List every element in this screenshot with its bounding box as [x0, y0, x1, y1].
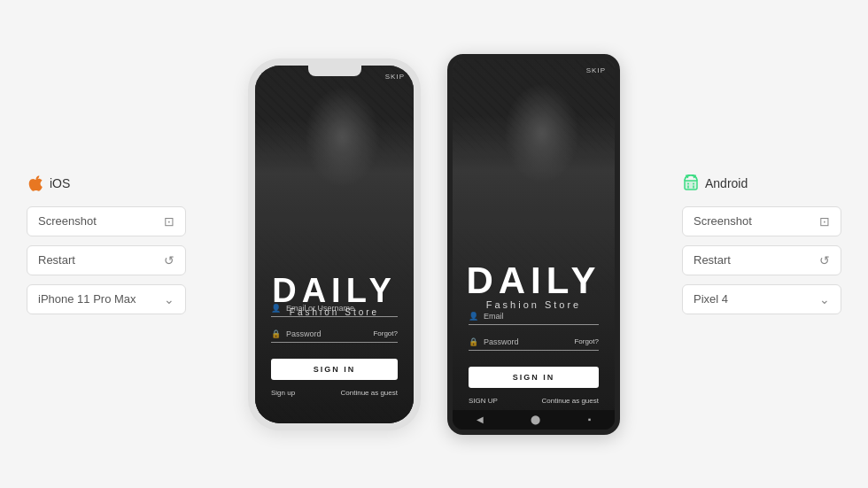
- main-container: iOS Screenshot ⊡ Restart ↺ iPhone 11 Pro…: [0, 0, 868, 488]
- android-restart-icon: ↺: [819, 253, 830, 267]
- android-home-button[interactable]: ⬤: [531, 414, 540, 424]
- ios-chevron-down-icon: ⌄: [164, 292, 174, 306]
- android-app-title: DAILY: [453, 262, 615, 299]
- ios-platform-label: iOS: [50, 176, 70, 190]
- ios-restart-label: Restart: [38, 253, 75, 267]
- svg-point-1: [687, 182, 689, 184]
- ios-notch: [308, 66, 361, 76]
- android-restart-button[interactable]: Restart ↺: [682, 245, 841, 275]
- ios-restart-button[interactable]: Restart ↺: [27, 245, 186, 275]
- android-signin-button[interactable]: SIGN IN: [469, 367, 599, 388]
- ios-device-selector[interactable]: iPhone 11 Pro Max ⌄: [27, 284, 186, 314]
- android-screen: SKIP DAILY Fashion Store 👤 Email 🔒 Passw…: [453, 59, 615, 430]
- ios-forgot-link[interactable]: Forgot?: [373, 329, 398, 337]
- android-password-field: 🔒 Password Forgot?: [469, 334, 599, 351]
- android-forgot-link[interactable]: Forgot?: [574, 337, 599, 345]
- svg-rect-0: [685, 181, 697, 190]
- svg-point-2: [693, 182, 694, 184]
- android-restart-label: Restart: [694, 253, 731, 267]
- ios-signin-button[interactable]: SIGN IN: [271, 359, 398, 380]
- ios-screenshot-icon: ⊡: [164, 214, 174, 229]
- android-device-label: Pixel 4: [694, 292, 728, 306]
- android-screenshot-label: Screenshot: [694, 214, 752, 228]
- android-login-form: 👤 Email 🔒 Password Forgot? SIGN IN SIGN …: [453, 308, 615, 405]
- ios-login-form: 👤 Email or Username 🔒 Password Forgot? S…: [255, 300, 414, 397]
- ios-bottom-links: Sign up Continue as guest: [271, 389, 398, 397]
- android-lock-icon: 🔒: [469, 337, 478, 346]
- android-back-button[interactable]: ◀: [477, 414, 484, 424]
- android-email-field: 👤 Email: [469, 308, 599, 325]
- ios-skip-button[interactable]: SKIP: [385, 73, 405, 81]
- android-device-selector[interactable]: Pixel 4 ⌄: [682, 284, 841, 314]
- phones-container: SKIP DAILY Fashion Store 👤 Email or User…: [195, 54, 673, 435]
- android-bottom-links: SIGN UP Continue as guest: [469, 397, 599, 405]
- android-nav-bar: ◀ ⬤ ▪: [453, 410, 615, 430]
- android-email-placeholder[interactable]: Email: [484, 312, 599, 321]
- apple-icon: [27, 174, 44, 192]
- android-side-panel: Android Screenshot ⊡ Restart ↺ Pixel 4 ⌄: [673, 166, 850, 323]
- ios-lock-icon: 🔒: [271, 329, 281, 338]
- android-chevron-down-icon: ⌄: [819, 292, 830, 306]
- android-screenshot-button[interactable]: Screenshot ⊡: [682, 206, 841, 236]
- android-screenshot-icon: ⊡: [819, 214, 830, 229]
- android-phone-mockup: SKIP DAILY Fashion Store 👤 Email 🔒 Passw…: [447, 54, 620, 435]
- ios-screenshot-label: Screenshot: [38, 214, 97, 228]
- ios-signup-link[interactable]: Sign up: [271, 389, 295, 397]
- ios-guest-link[interactable]: Continue as guest: [341, 389, 399, 397]
- android-email-icon: 👤: [469, 312, 478, 321]
- ios-phone-mockup: SKIP DAILY Fashion Store 👤 Email or User…: [248, 58, 421, 430]
- android-password-placeholder[interactable]: Password: [484, 337, 569, 346]
- android-recents-button[interactable]: ▪: [588, 414, 592, 424]
- ios-screenshot-button[interactable]: Screenshot ⊡: [27, 206, 186, 236]
- ios-platform-header: iOS: [27, 174, 70, 192]
- android-guest-link[interactable]: Continue as guest: [542, 397, 600, 405]
- android-platform-header: Android: [682, 174, 748, 192]
- android-signup-link[interactable]: SIGN UP: [469, 397, 498, 405]
- ios-side-panel: iOS Screenshot ⊡ Restart ↺ iPhone 11 Pro…: [18, 166, 195, 323]
- ios-restart-icon: ↺: [164, 253, 174, 267]
- ios-screen: SKIP DAILY Fashion Store 👤 Email or User…: [255, 66, 414, 423]
- ios-email-icon: 👤: [271, 304, 281, 313]
- ios-password-placeholder[interactable]: Password: [286, 329, 368, 338]
- android-title-area: DAILY Fashion Store: [453, 262, 615, 310]
- ios-email-field: 👤 Email or Username: [271, 300, 398, 317]
- ios-email-placeholder[interactable]: Email or Username: [286, 304, 398, 313]
- android-skip-button[interactable]: SKIP: [586, 66, 606, 74]
- ios-password-field: 🔒 Password Forgot?: [271, 326, 398, 343]
- android-platform-label: Android: [705, 176, 748, 190]
- ios-device-label: iPhone 11 Pro Max: [38, 292, 136, 306]
- android-icon: [682, 174, 700, 192]
